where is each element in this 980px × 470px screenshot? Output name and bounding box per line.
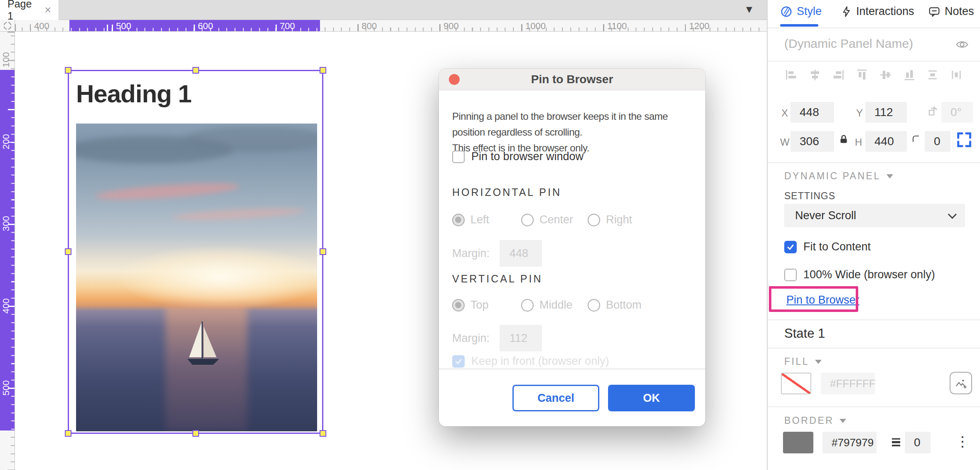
border-color-swatch[interactable]: [783, 432, 813, 453]
tab-overflow-chevron-icon[interactable]: ▼: [744, 3, 754, 15]
collapse-triangle-icon: [886, 174, 893, 178]
ruler-label: 500: [116, 21, 131, 32]
rotate-icon: [926, 105, 939, 117]
width-input[interactable]: 306: [790, 131, 834, 152]
dialog-description: Pinning a panel to the browser keeps it …: [452, 109, 697, 156]
fill-color-swatch[interactable]: [781, 373, 811, 394]
corner-radius-input[interactable]: 0: [925, 131, 950, 152]
resize-handle-se[interactable]: [320, 430, 326, 437]
dialog-footer-divider: [439, 369, 705, 369]
tab-style[interactable]: Style: [780, 5, 822, 18]
ruler-label: 1100: [607, 21, 627, 32]
resize-handle-sw[interactable]: [65, 430, 71, 437]
scroll-behavior-select[interactable]: Never Scroll: [784, 204, 965, 227]
radio-bottom[interactable]: Bottom: [588, 299, 642, 312]
fill-image-button[interactable]: [950, 372, 972, 394]
resize-handle-nw[interactable]: [65, 67, 71, 74]
fill-hex-input[interactable]: #FFFFFF: [821, 373, 875, 394]
align-center-icon[interactable]: [808, 67, 822, 83]
radio-left[interactable]: Left: [452, 213, 521, 226]
height-input[interactable]: 440: [865, 131, 907, 152]
align-middle-icon[interactable]: [879, 67, 893, 83]
sailboat-image-widget[interactable]: [76, 124, 317, 431]
horizontal-ruler[interactable]: 400 500 600 700 800 900 1000 1100 1200: [15, 20, 767, 32]
checkbox-unchecked-icon[interactable]: [784, 269, 797, 281]
align-left-icon[interactable]: [784, 67, 798, 83]
ruler-label: 300: [0, 210, 12, 237]
checkbox-label: Pin to browser window: [471, 150, 584, 163]
rotation-input[interactable]: 0°: [941, 102, 973, 123]
wide-100-checkbox[interactable]: 100% Wide (browser only): [784, 268, 935, 281]
border-hex-input[interactable]: #797979: [822, 432, 877, 453]
dialog-titlebar[interactable]: Pin to Browser: [439, 69, 705, 90]
inspector-panel: Style Interactions Notes (Dynamic Panel …: [767, 0, 980, 470]
ruler-label: 1000: [525, 21, 546, 32]
cancel-button[interactable]: Cancel: [512, 385, 599, 411]
close-dialog-button[interactable]: [449, 74, 460, 85]
dynamic-panel-header[interactable]: DYNAMIC PANEL: [784, 171, 893, 182]
border-width-input[interactable]: 0: [905, 432, 931, 453]
distribute-horizontal-icon[interactable]: [926, 67, 940, 83]
distribute-vertical-icon[interactable]: [949, 67, 963, 83]
checkbox-checked-icon[interactable]: [784, 241, 797, 253]
align-right-icon[interactable]: [831, 67, 845, 83]
radio-top[interactable]: Top: [452, 299, 521, 312]
vertical-pin-options: Top Middle Bottom: [452, 299, 642, 312]
radio-icon[interactable]: [588, 214, 600, 226]
corner-radius-icon: [911, 134, 921, 144]
dialog-title: Pin to Browser: [531, 73, 613, 86]
radio-icon[interactable]: [521, 214, 534, 226]
more-options-icon[interactable]: ⋮: [955, 434, 970, 448]
pin-to-browser-window-checkbox[interactable]: Pin to browser window: [452, 150, 584, 163]
radio-center[interactable]: Center: [521, 213, 588, 226]
horizontal-pin-options: Left Center Right: [452, 213, 632, 226]
fit-to-content-checkbox[interactable]: Fit to Content: [784, 240, 871, 253]
align-bottom-icon[interactable]: [902, 67, 916, 83]
vertical-ruler[interactable]: 100 200 300 400 500: [0, 32, 15, 470]
panel-name-input[interactable]: (Dynamic Panel Name): [784, 37, 913, 51]
line-width-icon[interactable]: [890, 436, 902, 448]
radio-right[interactable]: Right: [588, 213, 632, 226]
checkbox-label: Fit to Content: [803, 240, 871, 253]
h-label: H: [855, 136, 862, 148]
page-tab-bar: Page 1 × ▼: [0, 0, 767, 20]
tab-interactions[interactable]: Interactions: [840, 5, 914, 18]
ruler-origin-button[interactable]: [0, 20, 15, 32]
ruler-label: 700: [280, 21, 295, 32]
ok-button[interactable]: OK: [608, 385, 695, 411]
resize-handle-w[interactable]: [65, 248, 71, 255]
ruler-label: 800: [362, 21, 377, 32]
resize-handle-ne[interactable]: [320, 67, 326, 74]
keep-in-front-checkbox[interactable]: Keep in front (browser only): [452, 355, 609, 368]
y-input[interactable]: 112: [865, 102, 907, 123]
collapse-triangle-icon: [815, 360, 822, 364]
resize-handle-n[interactable]: [192, 67, 199, 74]
horizontal-margin-row: Margin: 448: [452, 240, 542, 267]
radio-middle[interactable]: Middle: [521, 299, 588, 312]
selected-dynamic-panel[interactable]: Heading 1: [68, 70, 323, 434]
vertical-margin-input[interactable]: 112: [500, 325, 542, 351]
fit-selection-icon[interactable]: [955, 130, 974, 149]
ruler-label: 1200: [689, 21, 709, 32]
heading-widget[interactable]: Heading 1: [76, 79, 192, 108]
resize-handle-s[interactable]: [192, 430, 199, 437]
radio-selected-icon[interactable]: [452, 214, 465, 226]
x-input[interactable]: 448: [790, 102, 834, 123]
checkbox-checked-icon[interactable]: [452, 355, 465, 368]
lock-icon[interactable]: [838, 133, 849, 146]
radio-icon[interactable]: [521, 299, 534, 312]
tab-notes[interactable]: Notes: [928, 5, 974, 18]
horizontal-margin-input[interactable]: 448: [500, 240, 542, 267]
border-header[interactable]: BORDER: [784, 415, 846, 426]
eye-icon[interactable]: [955, 39, 969, 50]
align-top-icon[interactable]: [855, 67, 869, 83]
resize-handle-e[interactable]: [320, 248, 326, 255]
checkbox-unchecked-icon[interactable]: [452, 151, 465, 163]
fill-header[interactable]: FILL: [784, 356, 822, 367]
state-1-header[interactable]: State 1: [784, 326, 825, 341]
radio-icon[interactable]: [588, 299, 600, 312]
tab-page-1[interactable]: Page 1 ×: [0, 0, 59, 20]
close-tab-icon[interactable]: ×: [44, 5, 51, 16]
chevron-down-icon: [948, 210, 957, 219]
radio-selected-icon[interactable]: [452, 299, 465, 312]
